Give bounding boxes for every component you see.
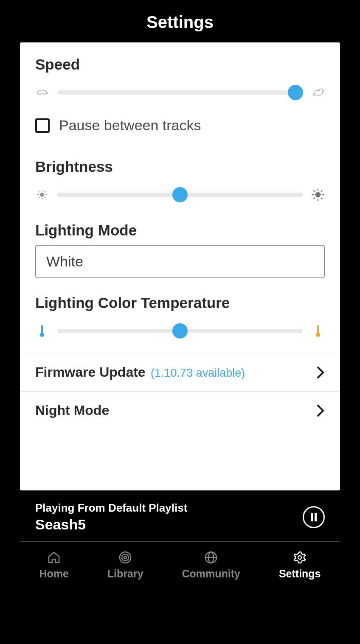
rabbit-icon <box>311 86 325 99</box>
now-playing-track: Seash5 <box>35 516 187 533</box>
svg-line-14 <box>314 190 315 192</box>
svg-line-5 <box>39 191 39 192</box>
svg-rect-19 <box>315 513 317 521</box>
pause-checkbox[interactable] <box>35 118 50 133</box>
brightness-low-icon <box>35 188 49 202</box>
pause-button[interactable] <box>303 506 325 528</box>
night-mode-row[interactable]: Night Mode <box>20 391 340 429</box>
page-title: Settings <box>0 13 360 32</box>
globe-icon <box>203 550 219 565</box>
gear-icon <box>292 550 307 565</box>
settings-panel: Speed Pause between tracks Brightness <box>20 42 340 490</box>
svg-rect-18 <box>311 513 313 521</box>
svg-point-9 <box>315 192 321 198</box>
brightness-label: Brightness <box>35 158 325 175</box>
library-icon <box>118 550 133 565</box>
color-temp-label: Lighting Color Temperature <box>35 294 325 311</box>
chevron-right-icon <box>316 404 325 417</box>
lighting-mode-label: Lighting Mode <box>35 222 325 239</box>
tab-library[interactable]: Library <box>107 550 143 580</box>
thermometer-warm-icon <box>311 324 325 338</box>
thermometer-cold-icon <box>35 324 49 338</box>
night-mode-label: Night Mode <box>35 403 109 418</box>
svg-point-0 <box>40 193 44 197</box>
svg-line-17 <box>314 198 315 199</box>
svg-line-6 <box>45 197 45 198</box>
firmware-label: Firmware Update <box>35 364 146 380</box>
svg-point-21 <box>122 554 129 561</box>
svg-line-15 <box>321 198 322 199</box>
svg-point-26 <box>298 556 301 559</box>
tab-settings-label: Settings <box>279 568 321 580</box>
brightness-high-icon <box>311 188 325 202</box>
tab-library-label: Library <box>107 568 143 580</box>
speed-label: Speed <box>35 56 325 73</box>
now-playing-bar[interactable]: Playing From Default Playlist Seash5 <box>20 496 340 542</box>
svg-line-8 <box>39 197 39 198</box>
pause-icon <box>310 513 317 521</box>
tab-home[interactable]: Home <box>39 550 68 580</box>
chevron-right-icon <box>316 366 325 379</box>
svg-point-22 <box>124 556 127 559</box>
tab-settings[interactable]: Settings <box>279 550 321 580</box>
pause-between-tracks-row[interactable]: Pause between tracks <box>20 99 340 138</box>
speed-slider[interactable] <box>57 90 303 95</box>
home-icon <box>46 550 62 565</box>
svg-line-16 <box>321 190 322 192</box>
now-playing-source: Playing From Default Playlist <box>35 501 187 515</box>
firmware-version: (1.10.73 available) <box>151 367 245 379</box>
color-temp-slider[interactable] <box>57 329 303 333</box>
turtle-icon <box>35 86 49 99</box>
lighting-mode-select[interactable]: White <box>35 245 325 278</box>
brightness-slider[interactable] <box>57 193 303 197</box>
tab-bar: Home Library Community Settings <box>20 546 340 583</box>
firmware-update-row[interactable]: Firmware Update (1.10.73 available) <box>20 353 340 391</box>
svg-line-7 <box>45 191 45 192</box>
tab-home-label: Home <box>39 568 68 580</box>
tab-community[interactable]: Community <box>182 550 241 580</box>
pause-label: Pause between tracks <box>59 117 201 134</box>
tab-community-label: Community <box>182 568 241 580</box>
